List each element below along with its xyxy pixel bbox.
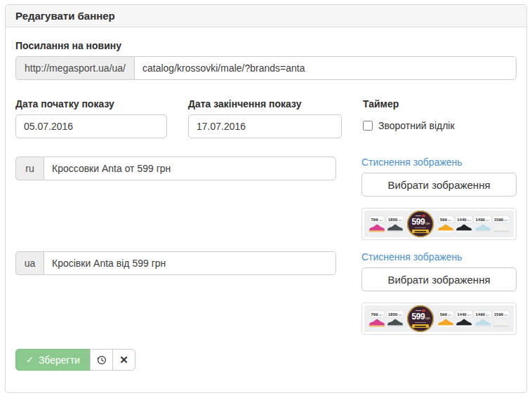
banner-shoe: 1590грн	[493, 311, 510, 327]
banner-price-tag: 1440грн	[455, 311, 472, 317]
banner-shoe: 599грн	[437, 216, 454, 232]
ua-lang-addon: ua	[15, 251, 44, 275]
start-date-column: Дата початку показу	[15, 98, 188, 138]
banner-shoe: 1440грн	[455, 311, 472, 327]
banner-center-badge: 599грн	[407, 305, 434, 332]
ru-choose-image-button[interactable]: Вибрати зображення	[361, 173, 517, 197]
ru-image-column: Стиснення зображень Вибрати зображення 7…	[361, 157, 517, 240]
end-date-label: Дата закінчення показу	[188, 98, 363, 110]
ua-choose-image-button[interactable]: Вибрати зображення	[361, 267, 517, 291]
banner-price-tag: 1490грн	[474, 311, 491, 317]
banner-price-tag: 799грн	[370, 216, 385, 223]
banner-price-tag: 1850грн	[387, 311, 404, 317]
banner-shoe: 1590грн	[493, 216, 510, 232]
news-link-input[interactable]	[134, 56, 517, 80]
banner-center-badge: 599грн	[407, 211, 434, 237]
countdown-checkbox-label[interactable]: Зворотний відлік	[378, 120, 455, 131]
end-date-column: Дата закінчення показу	[188, 98, 363, 138]
news-link-input-group: http://megasport.ua/ua/	[15, 56, 517, 80]
banner-price-tag: 599грн	[439, 311, 453, 317]
dates-row: Дата початку показу Дата закінчення пока…	[15, 98, 517, 138]
locale-row-ru: ru Стиснення зображень Вибрати зображенн…	[15, 157, 517, 240]
banner-shoe: 1440грн	[455, 216, 472, 232]
banner-price-tag: 1590грн	[493, 216, 510, 223]
banner-price-tag: 1590грн	[493, 311, 510, 317]
banner-shoe: 1490грн	[474, 311, 491, 327]
banner-price-tag: 599грн	[439, 216, 453, 223]
close-button[interactable]: ✕	[112, 349, 135, 371]
form-actions: ✓ Зберегти ✕	[15, 349, 135, 371]
panel-body: Посилання на новину http://megasport.ua/…	[6, 27, 526, 380]
banner-shoe: 799грн	[368, 311, 385, 327]
banner-shoe: 599грн	[437, 311, 454, 327]
start-date-label: Дата початку показу	[15, 98, 188, 110]
ru-banner-image: 799грн1850грн599грн599грн1440грн1490грн1…	[364, 211, 514, 237]
ru-title-group: ru	[15, 157, 336, 180]
history-icon	[96, 354, 107, 365]
close-icon: ✕	[119, 354, 128, 366]
banner-price-tag: 1850грн	[387, 216, 404, 223]
ru-lang-addon: ru	[15, 157, 44, 180]
timer-label: Таймер	[363, 98, 455, 110]
countdown-checkbox-row: Зворотний відлік	[363, 120, 455, 131]
ua-image-column: Стиснення зображень Вибрати зображення 7…	[361, 251, 517, 335]
banner-shoe: 1850грн	[387, 311, 404, 327]
timer-column: Таймер Зворотний відлік	[363, 98, 455, 138]
save-button[interactable]: ✓ Зберегти	[15, 349, 91, 371]
banner-shoe: 1850грн	[387, 216, 404, 232]
ru-compress-images-link[interactable]: Стиснення зображень	[361, 157, 463, 168]
banner-price-tag: 799грн	[370, 311, 385, 317]
save-button-label: Зберегти	[39, 354, 80, 366]
banner-buy-pill	[412, 230, 429, 233]
locale-row-ua: ua Стиснення зображень Вибрати зображенн…	[15, 251, 517, 335]
ru-title-input[interactable]	[44, 157, 336, 180]
ua-title-group: ua	[15, 251, 336, 275]
panel-title: Редагувати баннер	[6, 5, 526, 27]
ua-banner-preview: 799грн1850грн599грн599грн1440грн1490грн1…	[361, 303, 517, 335]
banner-price-tag: 1440грн	[455, 216, 472, 223]
start-date-input[interactable]	[15, 114, 167, 138]
banner-shoe: 1490грн	[474, 216, 491, 232]
banner-buy-pill	[412, 324, 429, 328]
edit-banner-panel: Редагувати баннер Посилання на новину ht…	[5, 4, 527, 393]
ua-title-input[interactable]	[44, 251, 336, 275]
url-prefix-addon: http://megasport.ua/ua/	[15, 56, 134, 80]
ua-banner-image: 799грн1850грн599грн599грн1440грн1490грн1…	[364, 305, 514, 332]
banner-shoe: 799грн	[368, 216, 385, 232]
news-link-label: Посилання на новину	[15, 40, 517, 51]
countdown-checkbox[interactable]	[363, 121, 373, 131]
history-button[interactable]	[90, 349, 113, 371]
end-date-input[interactable]	[188, 114, 342, 138]
ru-banner-preview: 799грн1850грн599грн599грн1440грн1490грн1…	[361, 208, 517, 240]
ua-compress-images-link[interactable]: Стиснення зображень	[361, 251, 463, 263]
banner-price-tag: 1490грн	[474, 216, 491, 223]
check-icon: ✓	[26, 354, 34, 365]
